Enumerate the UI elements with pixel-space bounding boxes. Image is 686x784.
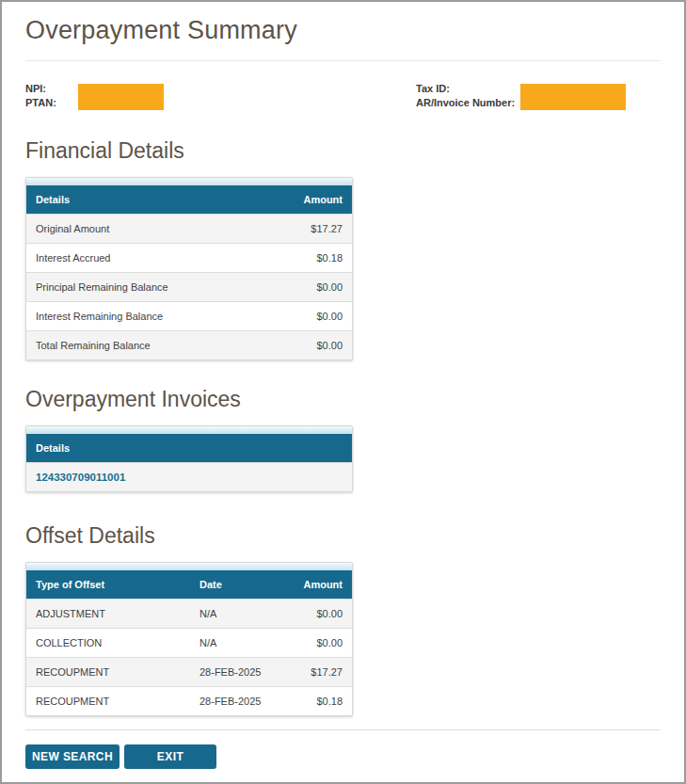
ar-invoice-label: AR/Invoice Number:	[416, 96, 515, 110]
row-amount: $0.18	[316, 252, 343, 264]
invoice-number-link[interactable]: 124330709011001	[36, 472, 125, 483]
row-amount: $17.27	[311, 223, 343, 234]
offset-amount: $0.00	[267, 637, 343, 648]
footer-divider	[25, 729, 661, 730]
exit-button[interactable]: EXIT	[124, 744, 216, 769]
offset-details-heading: Offset Details	[25, 523, 661, 549]
table-row: 124330709011001	[26, 462, 352, 491]
offset-date: N/A	[199, 637, 267, 648]
offset-date: 28-FEB-2025	[199, 696, 267, 707]
row-label: Interest Remaining Balance	[36, 311, 163, 322]
provider-info-row: NPI: PTAN: Tax ID: AR/Invoice Number:	[25, 82, 661, 114]
taxid-invoice-group: Tax ID: AR/Invoice Number:	[416, 82, 626, 110]
offset-date: N/A	[199, 608, 267, 619]
taxid-label: Tax ID:	[416, 82, 515, 96]
overpayment-invoices-heading: Overpayment Invoices	[25, 387, 661, 412]
table-row: Interest Accrued $0.18	[26, 243, 352, 272]
col-header-amount: Amount	[303, 194, 343, 205]
table-row: Total Remaining Balance $0.00	[26, 330, 352, 360]
offset-amount: $17.27	[267, 666, 343, 678]
ptan-label: PTAN:	[25, 96, 56, 110]
new-search-button[interactable]: NEW SEARCH	[25, 744, 120, 769]
offset-type: COLLECTION	[36, 637, 199, 648]
row-label: Total Remaining Balance	[36, 340, 151, 351]
table-row: ADJUSTMENT N/A $0.00	[26, 599, 352, 628]
col-header-amount: Amount	[267, 579, 343, 590]
offset-type: RECOUPMENT	[36, 666, 199, 678]
row-amount: $0.00	[316, 281, 343, 293]
row-label: Interest Accrued	[36, 252, 111, 264]
row-label: Principal Remaining Balance	[36, 281, 168, 293]
npi-ptan-redaction-box	[78, 84, 164, 110]
title-divider	[25, 60, 661, 61]
col-header-date: Date	[199, 579, 267, 590]
offset-date: 28-FEB-2025	[199, 666, 267, 678]
table-row: Principal Remaining Balance $0.00	[26, 272, 352, 301]
offsets-table-header: Type of Offset Date Amount	[26, 570, 352, 599]
invoices-table-header: Details	[26, 434, 352, 462]
row-amount: $0.00	[316, 311, 343, 322]
offset-type: ADJUSTMENT	[36, 608, 199, 619]
action-buttons-row: NEW SEARCH EXIT	[25, 744, 661, 769]
financial-table-header: Details Amount	[26, 185, 352, 214]
row-amount: $0.00	[316, 340, 343, 351]
table-row: Interest Remaining Balance $0.00	[26, 301, 352, 330]
table-row: RECOUPMENT 28-FEB-2025 $0.18	[26, 686, 352, 715]
offset-details-table: Type of Offset Date Amount ADJUSTMENT N/…	[25, 562, 353, 716]
table-row: RECOUPMENT 28-FEB-2025 $17.27	[26, 657, 352, 686]
financial-details-heading: Financial Details	[25, 138, 661, 164]
npi-ptan-labels: NPI: PTAN:	[25, 82, 56, 110]
npi-label: NPI:	[25, 82, 56, 96]
table-row: Original Amount $17.27	[26, 214, 352, 243]
taxid-invoice-labels: Tax ID: AR/Invoice Number:	[416, 82, 515, 110]
page-title: Overpayment Summary	[25, 15, 661, 45]
table-row: COLLECTION N/A $0.00	[26, 628, 352, 657]
overpayment-summary-page: Overpayment Summary NPI: PTAN: Tax ID: A…	[0, 0, 686, 784]
row-label: Original Amount	[36, 223, 109, 234]
table-top-strip	[26, 426, 352, 434]
offset-amount: $0.00	[267, 608, 343, 619]
overpayment-invoices-table: Details 124330709011001	[25, 425, 353, 492]
col-header-details: Details	[36, 442, 70, 454]
offset-type: RECOUPMENT	[36, 696, 199, 707]
financial-details-table: Details Amount Original Amount $17.27 In…	[25, 177, 353, 360]
col-header-type: Type of Offset	[36, 579, 199, 590]
col-header-details: Details	[36, 194, 70, 205]
npi-ptan-group: NPI: PTAN:	[25, 82, 164, 110]
taxid-invoice-redaction-box	[520, 84, 626, 110]
table-top-strip	[26, 563, 352, 570]
table-top-strip	[26, 178, 352, 185]
offset-amount: $0.18	[267, 696, 343, 707]
